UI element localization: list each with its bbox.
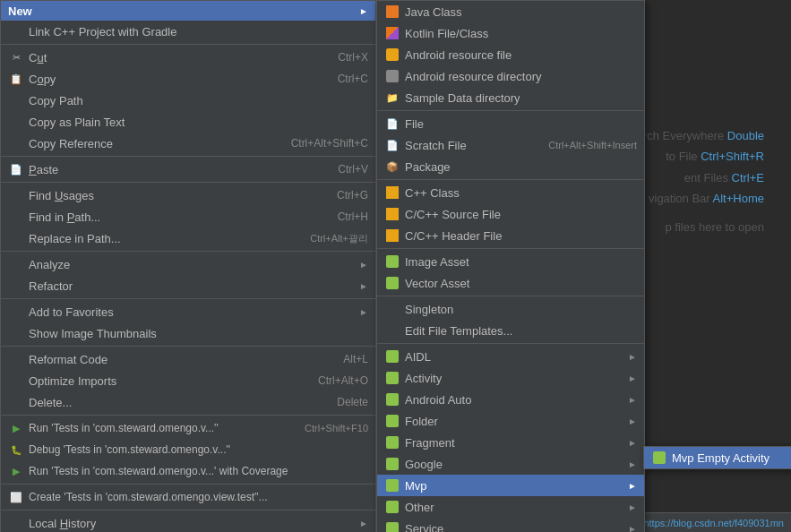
sep9 — [1, 510, 375, 511]
menu-sample-data[interactable]: 📁 Sample Data directory — [377, 87, 644, 108]
menu-show-thumbnails[interactable]: Show Image Thumbnails — [1, 322, 375, 344]
menu-java-class[interactable]: Java Class — [377, 1, 644, 22]
menu-refactor[interactable]: Refactor ► — [1, 275, 375, 296]
menu-find-path[interactable]: Find in Path... Ctrl+H — [1, 206, 375, 227]
kotlin-class-icon — [384, 25, 400, 41]
menu-scratch[interactable]: 📄 Scratch File Ctrl+Alt+Shift+Insert — [377, 134, 644, 156]
menu-mvp-empty-activity[interactable]: Mvp Empty Activity — [644, 447, 791, 468]
scratch-label: Scratch File — [405, 139, 530, 152]
file-icon: 📄 — [384, 116, 400, 132]
singleton-icon — [384, 301, 400, 317]
menu-local-history[interactable]: Local History ► — [1, 512, 375, 532]
menu-create-tests[interactable]: ⬜ Create 'Tests in 'com.steward.omengo.v… — [1, 486, 375, 508]
menu-paste[interactable]: 📄 Paste Ctrl+V — [1, 159, 375, 180]
sep7 — [1, 415, 375, 416]
fragment-label: Fragment — [405, 436, 623, 450]
menu-run-coverage[interactable]: ▶ Run 'Tests in 'com.steward.omengo.v...… — [1, 460, 375, 482]
delete-shortcut: Delete — [337, 396, 368, 408]
menu-cpp-class[interactable]: C++ Class — [377, 182, 644, 203]
menu-package[interactable]: 📦 Package — [377, 156, 644, 177]
refactor-icon — [8, 278, 24, 294]
status-link[interactable]: https://blog.csdn.net/f409031mn — [643, 518, 784, 528]
menu-android-auto[interactable]: Android Auto ► — [377, 389, 644, 410]
delete-label: Delete... — [29, 396, 319, 409]
cpp-class-icon — [384, 184, 400, 201]
java-class-label: Java Class — [405, 5, 637, 19]
menu-folder[interactable]: Folder ► — [377, 410, 644, 432]
menu-debug-tests[interactable]: 🐛 Debug 'Tests in 'com.steward.omengo.v.… — [1, 439, 375, 460]
debug-tests-label: Debug 'Tests in 'com.steward.omengo.v...… — [29, 443, 368, 456]
create-tests-label: Create 'Tests in 'com.steward.omengo.vie… — [29, 491, 368, 503]
run-tests-icon: ▶ — [8, 420, 24, 436]
menu-analyze[interactable]: Analyze ► — [1, 253, 375, 275]
sep5 — [1, 298, 375, 299]
replace-path-shortcut: Ctrl+Alt+괄리 — [310, 232, 368, 245]
copy-label: Copy — [29, 73, 320, 86]
mvp-empty-icon — [651, 450, 667, 466]
cpp-header-label: C/C++ Header File — [405, 229, 637, 243]
local-history-label: Local History — [29, 517, 354, 530]
menu-optimize[interactable]: Optimize Imports Ctrl+Alt+O — [1, 370, 375, 391]
find-usages-shortcut: Ctrl+G — [337, 189, 368, 202]
show-thumbnails-label: Show Image Thumbnails — [29, 327, 368, 340]
menu-kotlin-class[interactable]: Kotlin File/Class — [377, 22, 644, 44]
service-icon — [384, 520, 400, 532]
menu-copy-ref[interactable]: Copy Reference Ctrl+Alt+Shift+C — [1, 133, 375, 154]
menu-file[interactable]: 📄 File — [377, 113, 644, 134]
menu-vector-asset[interactable]: Vector Asset — [377, 272, 644, 294]
cpp-source-icon — [384, 206, 400, 222]
menu-singleton[interactable]: Singleton — [377, 298, 644, 320]
menu-replace-path[interactable]: Replace in Path... Ctrl+Alt+괄리 — [1, 227, 375, 249]
menu-reformat[interactable]: Reformat Code Alt+L — [1, 348, 375, 370]
sep6 — [1, 346, 375, 347]
menu-activity[interactable]: Activity ► — [377, 367, 644, 389]
menu-other[interactable]: Other ► — [377, 496, 644, 518]
menu-add-favorites[interactable]: Add to Favorites ► — [1, 301, 375, 322]
cpp-header-icon — [384, 227, 400, 244]
optimize-icon — [8, 373, 24, 389]
folder-arrow: ► — [628, 416, 637, 426]
menu-delete[interactable]: Delete... Delete — [1, 391, 375, 413]
paste-icon: 📄 — [8, 161, 24, 177]
menu-run-tests[interactable]: ▶ Run 'Tests in 'com.steward.omengo.v...… — [1, 417, 375, 439]
android-auto-label: Android Auto — [405, 393, 623, 407]
menu-cpp-source[interactable]: C/C++ Source File — [377, 203, 644, 225]
sec-sep2 — [377, 179, 644, 180]
menu-android-resource-dir[interactable]: Android resource directory — [377, 65, 644, 87]
menu-cut[interactable]: ✂ Cut Ctrl+X — [1, 47, 375, 68]
menu-copy[interactable]: 📋 Copy Ctrl+C — [1, 68, 375, 90]
menu-aidl[interactable]: AIDL ► — [377, 346, 644, 367]
menu-fragment[interactable]: Fragment ► — [377, 432, 644, 453]
other-arrow: ► — [628, 502, 637, 512]
run-tests-shortcut: Ctrl+Shift+F10 — [305, 423, 368, 433]
kotlin-class-label: Kotlin File/Class — [405, 27, 637, 40]
menu-google[interactable]: Google ► — [377, 453, 644, 475]
folder-label: Folder — [405, 415, 623, 428]
aidl-icon — [384, 348, 400, 365]
vector-asset-icon — [384, 275, 400, 291]
sep2 — [1, 156, 375, 157]
scratch-icon: 📄 — [384, 137, 400, 153]
menu-new-header[interactable]: New ► — [1, 1, 375, 21]
copy-ref-label: Copy Reference — [29, 137, 273, 150]
menu-edit-templates[interactable]: Edit File Templates... — [377, 320, 644, 341]
menu-service[interactable]: Service ► — [377, 518, 644, 532]
menu-android-resource[interactable]: Android resource file — [377, 44, 644, 65]
menu-copy-path[interactable]: Copy Path — [1, 90, 375, 111]
activity-label: Activity — [405, 372, 623, 385]
aidl-label: AIDL — [405, 350, 623, 364]
menu-copy-plain[interactable]: Copy as Plain Text — [1, 111, 375, 133]
sep1 — [1, 44, 375, 45]
copy-path-icon — [8, 92, 24, 108]
menu-cpp-header[interactable]: C/C++ Header File — [377, 225, 644, 246]
menu-find-usages[interactable]: Find Usages Ctrl+G — [1, 184, 375, 206]
android-auto-icon — [384, 391, 400, 408]
paste-label: Paste — [29, 163, 320, 176]
menu-image-asset[interactable]: Image Asset — [377, 251, 644, 272]
image-asset-icon — [384, 253, 400, 270]
menu-mvp[interactable]: Mvp ► — [377, 475, 644, 496]
menu-link-cpp[interactable]: Link C++ Project with Gradle — [1, 21, 375, 42]
local-history-icon — [8, 515, 24, 531]
debug-tests-icon: 🐛 — [8, 442, 24, 458]
tertiary-menu-mvp: Mvp Empty Activity — [643, 446, 791, 469]
